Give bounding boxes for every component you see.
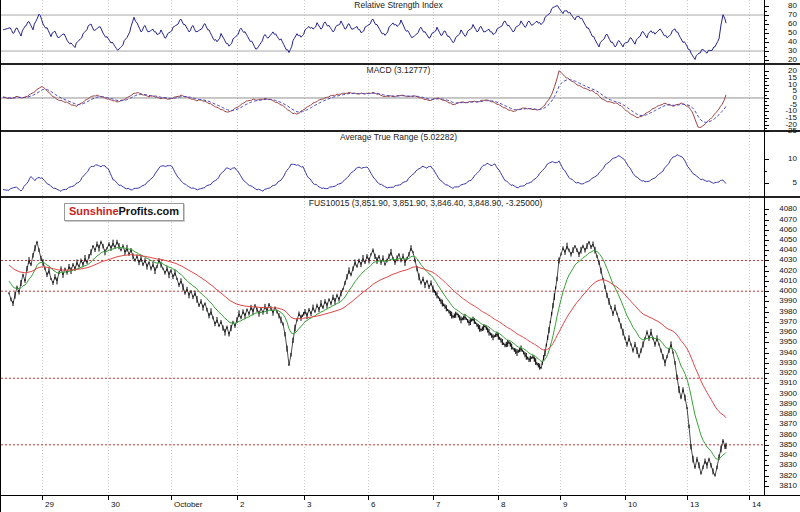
y-axis-tick — [765, 465, 769, 466]
right-axis: 8070605040302020151050-5-10-15-20-251054… — [764, 0, 800, 496]
y-axis-minor-tick — [765, 378, 767, 379]
y-axis-tick — [765, 322, 769, 323]
y-axis-minor-tick — [765, 337, 767, 338]
y-axis-minor-tick — [765, 388, 767, 389]
x-axis-tick — [749, 496, 750, 500]
x-axis-tick — [687, 496, 688, 500]
y-axis-label: 40 — [788, 38, 797, 46]
y-axis-label: 4020 — [779, 267, 797, 275]
y-axis-label: 80 — [788, 2, 797, 10]
y-axis-tick — [765, 240, 769, 241]
y-axis-label: 3980 — [779, 308, 797, 316]
x-axis-tick — [625, 496, 626, 500]
y-axis-minor-tick — [765, 276, 767, 277]
y-axis-minor-tick — [765, 108, 767, 109]
y-axis-label: 4010 — [779, 277, 797, 285]
y-axis-minor-tick — [765, 128, 767, 129]
atr-panel: Average True Range (5.02282) — [1, 132, 764, 196]
series-ma-slow — [9, 255, 726, 418]
y-axis-label: 3920 — [779, 369, 797, 377]
y-axis-label: 4000 — [779, 287, 797, 295]
y-axis-label: 50 — [788, 29, 797, 37]
x-axis-tick — [498, 496, 499, 500]
y-axis-tick — [765, 414, 769, 415]
y-axis-minor-tick — [765, 11, 767, 12]
y-axis-tick — [765, 424, 769, 425]
x-axis-label: 6 — [371, 500, 375, 509]
y-axis-tick — [765, 98, 769, 99]
y-axis-label: 3840 — [779, 451, 797, 459]
y-axis-minor-tick — [765, 409, 767, 410]
y-axis-minor-tick — [765, 266, 767, 267]
y-axis-tick — [765, 91, 769, 92]
y-axis-minor-tick — [765, 358, 767, 359]
y-axis-label: 70 — [788, 11, 797, 19]
y-axis-tick — [765, 301, 769, 302]
y-axis-minor-tick — [765, 245, 767, 246]
series-ma-fast — [9, 247, 726, 459]
y-axis-label: 30 — [788, 47, 797, 55]
y-axis-label: 60 — [788, 20, 797, 28]
y-axis-minor-tick — [765, 450, 767, 451]
y-axis-tick — [765, 131, 769, 132]
y-axis-minor-tick — [765, 47, 767, 48]
y-axis-label: 3960 — [779, 328, 797, 336]
y-axis-tick — [765, 105, 769, 106]
y-axis-tick — [765, 33, 769, 34]
y-axis-minor-tick — [765, 20, 767, 21]
atr-plot — [1, 132, 764, 196]
y-axis-minor-tick — [765, 235, 767, 236]
x-axis-tick — [237, 496, 238, 500]
x-axis-tick — [433, 496, 434, 500]
y-axis-label: 3880 — [779, 410, 797, 418]
y-axis-label: 3940 — [779, 349, 797, 357]
y-axis-tick — [765, 15, 769, 16]
y-axis-tick — [765, 455, 769, 456]
x-axis-tick — [42, 496, 43, 500]
y-axis-minor-tick — [765, 75, 767, 76]
y-axis-minor-tick — [765, 481, 767, 482]
y-axis-minor-tick — [765, 429, 767, 430]
series-atr — [3, 155, 726, 192]
x-axis-line — [1, 495, 800, 496]
x-axis-tick — [108, 496, 109, 500]
y-axis-tick — [765, 230, 769, 231]
x-axis-label: 10 — [628, 500, 637, 509]
rsi-plot — [1, 0, 764, 63]
x-axis-tick — [171, 496, 172, 500]
y-axis-label: 3830 — [779, 461, 797, 469]
x-axis-tick — [368, 496, 369, 500]
y-axis-minor-tick — [765, 470, 767, 471]
y-axis-minor-tick — [765, 368, 767, 369]
y-axis-tick — [765, 332, 769, 333]
y-axis-tick — [765, 486, 769, 487]
x-axis: 2930October236789101314 — [1, 495, 800, 512]
y-axis-tick — [765, 125, 769, 126]
y-axis-minor-tick — [765, 88, 767, 89]
y-axis-tick — [765, 383, 769, 384]
y-axis-tick — [765, 118, 769, 119]
x-axis-tick — [560, 496, 561, 500]
logo-profits: Profits.com — [119, 205, 180, 217]
y-axis-label: 4070 — [779, 216, 797, 224]
y-axis-tick — [765, 291, 769, 292]
y-axis-minor-tick — [765, 171, 767, 172]
x-axis-label: 13 — [690, 500, 699, 509]
y-axis-tick — [765, 85, 769, 86]
x-axis-label: 3 — [307, 500, 311, 509]
price-plot — [1, 198, 764, 495]
y-axis-label: 3860 — [779, 431, 797, 439]
chart-root: Relative Strength Index MACD (3.12777) A… — [0, 0, 800, 512]
y-axis-minor-tick — [765, 348, 767, 349]
x-axis-tick — [304, 496, 305, 500]
y-axis-label: 4040 — [779, 246, 797, 254]
x-axis-label: 30 — [111, 500, 120, 509]
y-axis-tick — [765, 78, 769, 79]
y-axis-minor-tick — [765, 286, 767, 287]
y-axis-minor-tick — [765, 255, 767, 256]
y-axis-label: 3820 — [779, 472, 797, 480]
y-axis-tick — [765, 363, 769, 364]
y-axis-label: 4060 — [779, 226, 797, 234]
y-axis-tick — [765, 312, 769, 313]
x-axis-label: 29 — [45, 500, 54, 509]
